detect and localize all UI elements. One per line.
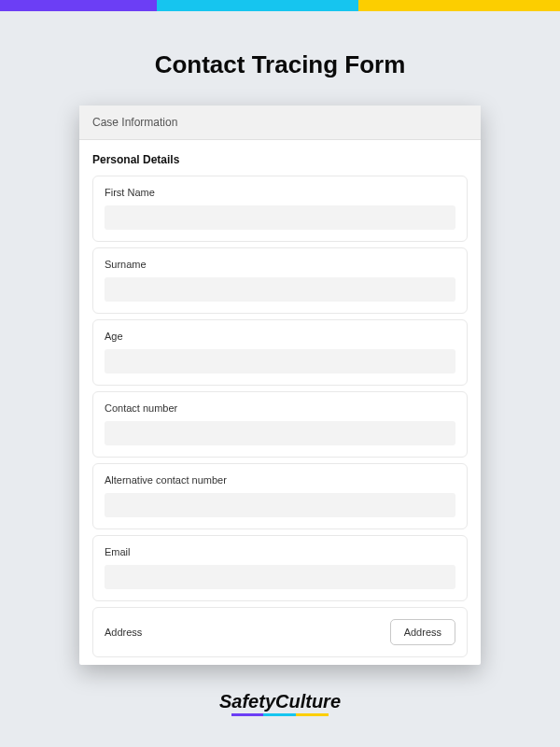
brand-underline [231,713,329,716]
form-body: Personal Details First Name Surname Age … [79,140,481,665]
contact-number-input[interactable] [105,421,455,445]
alt-contact-number-label: Alternative contact number [105,474,455,486]
email-input[interactable] [105,565,455,589]
underline-yellow [296,713,329,716]
top-bar-cyan [157,0,358,11]
footer-brand: SafetyCulture [0,691,560,716]
field-contact-number: Contact number [92,391,468,458]
field-first-name: First Name [92,176,468,242]
first-name-label: First Name [105,187,455,198]
form-container: Case Information Personal Details First … [79,106,481,665]
field-email: Email [92,535,468,601]
surname-input[interactable] [105,277,455,302]
decorative-top-bar [0,0,560,11]
field-address: Address Address [92,607,468,657]
top-bar-purple [0,0,157,11]
underline-cyan [263,713,296,716]
brand-name: SafetyCulture [219,691,341,712]
email-label: Email [105,546,455,557]
underline-purple [231,713,264,716]
address-button[interactable]: Address [390,619,455,645]
page-title: Contact Tracing Form [0,50,560,79]
address-label: Address [105,627,142,638]
field-age: Age [92,319,468,386]
top-bar-yellow [358,0,560,11]
contact-number-label: Contact number [105,402,455,414]
first-name-input[interactable] [105,205,455,230]
age-label: Age [105,331,455,342]
surname-label: Surname [105,259,455,270]
subsection-title: Personal Details [92,153,468,166]
field-surname: Surname [92,247,468,314]
alt-contact-number-input[interactable] [105,493,455,517]
section-header: Case Information [79,106,481,140]
field-alt-contact-number: Alternative contact number [92,463,468,529]
age-input[interactable] [105,349,455,374]
